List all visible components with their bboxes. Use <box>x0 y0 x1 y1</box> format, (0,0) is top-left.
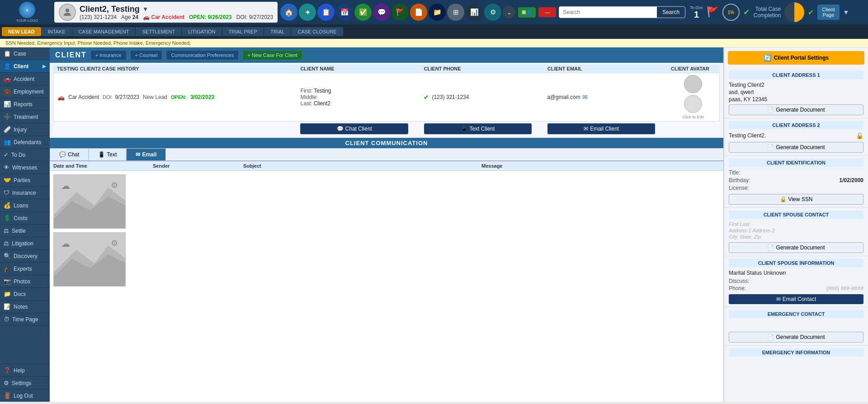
click-to-edit[interactable]: Click to Edit <box>682 115 704 119</box>
email-client-btn[interactable]: ✉ Email Client <box>547 123 656 134</box>
todo-icon: ✓ <box>4 151 9 158</box>
client-dropdown-arrow[interactable]: ▼ <box>142 5 149 13</box>
nav-chat-btn[interactable]: 💬 <box>373 4 390 21</box>
experts-icon: 🎓 <box>4 265 11 272</box>
chat-client-btn[interactable]: 💬 Chat Client <box>300 123 408 134</box>
workflow-case-mgmt[interactable]: CASE MANAGEMENT <box>72 27 136 36</box>
red-btn[interactable]: — <box>538 7 556 17</box>
view-ssn-btn[interactable]: 🔒 View SSN <box>729 194 863 205</box>
sidebar-item-help[interactable]: ❓ Help <box>0 364 50 377</box>
sidebar-item-injury[interactable]: 🩹 Injury <box>0 123 50 136</box>
sidebar-item-settle[interactable]: ⚖ Settle <box>0 225 50 237</box>
workflow-intake[interactable]: INTAKE <box>42 27 72 36</box>
sidebar-item-insurance[interactable]: 🛡 Insurance <box>0 187 50 199</box>
sidebar-item-docs[interactable]: 📁 Docs <box>0 288 50 301</box>
spouse-generate-doc-btn[interactable]: 📄 Generate Document <box>729 242 863 253</box>
nav-home-btn[interactable]: 🏠 <box>280 4 297 21</box>
accident-label: Accident <box>14 76 34 82</box>
sidebar-item-loans[interactable]: 💰 Loans <box>0 199 50 212</box>
search-button[interactable]: Search <box>657 7 685 18</box>
address1-city-state-zip: paas, KY 12345 <box>729 96 863 103</box>
emergency-generate-doc-btn[interactable]: 📄 Generate Document <box>729 332 863 343</box>
sidebar-item-discovery[interactable]: 🔍 Discovery <box>0 250 50 263</box>
client-page-arrow[interactable]: ▼ <box>843 9 849 16</box>
text-tab[interactable]: 📱 Text <box>89 148 126 160</box>
new-case-icon-btn[interactable]: ⊞👤 <box>518 7 536 18</box>
discovery-label: Discovery <box>14 253 38 259</box>
text-client-btn[interactable]: 📱 Text Client <box>424 123 532 134</box>
nav-star-btn[interactable]: ✦ <box>299 4 316 21</box>
treatment-label: Treatment <box>14 114 38 120</box>
case-history-col-email: CLIENT EMAIL <box>547 66 667 71</box>
client-expand-icon: ▶ <box>42 64 46 69</box>
nav-chart-btn[interactable]: 📊 <box>466 4 483 21</box>
search-input[interactable] <box>559 7 657 18</box>
workflow-new-lead[interactable]: NEW LEAD <box>2 27 41 36</box>
logo-area: ● YOUR LOGO <box>3 2 52 23</box>
parties-icon: 🤝 <box>4 177 11 183</box>
sidebar-item-defendants[interactable]: 👥 Defendants <box>0 136 50 149</box>
spouse-phone-placeholder: (###) ###-#### <box>826 285 863 291</box>
communication-prefs-btn[interactable]: Communication Preferences <box>166 50 239 60</box>
sidebar-item-litigation[interactable]: ⚖ Litigation <box>0 237 50 250</box>
marital-status: Marital Status Unknown <box>729 270 863 276</box>
sidebar-item-parties[interactable]: 🤝 Parties <box>0 174 50 187</box>
nav-doc-btn[interactable]: 📋 <box>317 4 335 21</box>
new-case-for-client-btn[interactable]: + New Case For Client <box>242 50 302 60</box>
sidebar-item-costs[interactable]: 💲 Costs <box>0 212 50 225</box>
timepage-label: Time Page <box>12 316 38 323</box>
workflow-settlement[interactable]: SETTLEMENT <box>136 27 181 36</box>
sidebar-item-case[interactable]: 📋 Case <box>0 47 50 60</box>
nav-copy-btn[interactable]: 📄 <box>410 4 427 21</box>
client-portal-settings-btn[interactable]: 🔄 Client Portal Settings <box>728 51 864 65</box>
help-icon: ❓ <box>4 367 11 374</box>
sidebar-item-photos[interactable]: 📷 Photos <box>0 275 50 288</box>
injury-label: Injury <box>14 127 27 133</box>
sidebar-item-experts[interactable]: 🎓 Experts <box>0 263 50 275</box>
sidebar-item-employment[interactable]: 💼 Employment <box>0 85 50 98</box>
settings-label: Settings <box>12 380 31 386</box>
emergency-contact-section: EMERGENCY CONTACT 📄 Generate Document <box>724 307 868 346</box>
nav-flag-btn[interactable]: 🚩 <box>392 4 409 21</box>
address1-generate-doc-btn[interactable]: 📄 Generate Document <box>729 104 863 115</box>
completion-label: Completion <box>754 12 781 19</box>
insurance-btn[interactable]: + Insurance <box>90 50 127 60</box>
sidebar-item-notes[interactable]: 📝 Notes <box>0 301 50 313</box>
email-tab[interactable]: ✉ Email <box>126 148 166 160</box>
cloud-icon-2: ☁ <box>61 238 70 249</box>
nav-more-btn[interactable]: ⌄ <box>503 6 515 19</box>
spouse-placeholder3: City, State, Zip <box>729 234 863 240</box>
check-status-icon: ✔ <box>743 7 750 17</box>
nav-grid-btn[interactable]: ⊞ <box>447 4 464 21</box>
chat-tab[interactable]: 💬 Chat <box>50 148 89 160</box>
sidebar-item-settings[interactable]: ⚙ Settings <box>0 377 50 390</box>
witnesses-icon: 👁 <box>4 164 9 171</box>
doc-icon-2: 📄 <box>767 144 774 150</box>
client-page-btn[interactable]: ClientPage <box>817 5 839 20</box>
workflow-trial-prep[interactable]: TRIAL PREP <box>222 27 264 36</box>
address2-generate-doc-btn[interactable]: 📄 Generate Document <box>729 142 863 153</box>
email-contact-btn[interactable]: ✉ Email Contact <box>729 294 863 304</box>
chat-icon: 💬 <box>337 126 344 132</box>
sidebar-item-timepage[interactable]: ⏱ Time Page <box>0 313 50 326</box>
settle-icon: ⚖ <box>4 227 9 234</box>
workflow-case-closure[interactable]: CASE CLOSURE <box>291 27 343 36</box>
sidebar-item-witnesses[interactable]: 👁 Witnesses <box>0 161 50 174</box>
workflow-trial[interactable]: TRIAL <box>264 27 291 36</box>
sidebar-item-reports[interactable]: 📊 Reports <box>0 98 50 111</box>
nav-gear-btn[interactable]: ⚙ <box>484 4 501 21</box>
nav-calendar-btn[interactable]: 📅 <box>336 4 353 21</box>
counsel-btn[interactable]: + Counsel <box>130 50 163 60</box>
docs-label: Docs <box>14 291 26 297</box>
sidebar-item-treatment[interactable]: ➕ Treatment <box>0 111 50 123</box>
nav-file-btn[interactable]: 📁 <box>429 4 446 21</box>
sidebar-item-logout[interactable]: 🚪 Log Out <box>0 390 50 402</box>
workflow-litigation[interactable]: LITIGATION <box>182 27 222 36</box>
verified-icon: ✔ <box>424 94 429 101</box>
col-message-header: Message <box>481 163 720 169</box>
sidebar-item-todo[interactable]: ✓ To Do <box>0 149 50 161</box>
sidebar-item-client[interactable]: 👤 Client ▶ <box>0 60 50 73</box>
discuss-label: Discuss: <box>729 278 749 284</box>
sidebar-item-accident[interactable]: 🚗 Accident <box>0 73 50 85</box>
nav-check-btn[interactable]: ✅ <box>354 4 372 21</box>
